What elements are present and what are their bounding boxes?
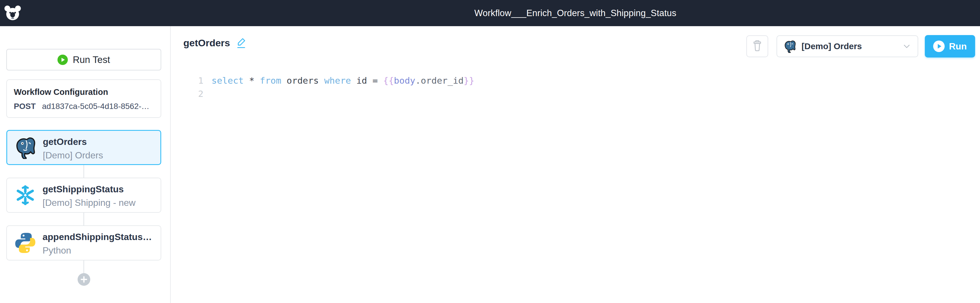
code-token: body: [394, 75, 415, 86]
block-title: getOrders: [183, 37, 230, 49]
code-token: from: [260, 75, 282, 86]
trash-icon: [751, 39, 763, 53]
resource-selector-dropdown[interactable]: [Demo] Orders: [776, 35, 918, 57]
steps-list: getOrders [Demo] Orders getShippingStatu…: [6, 130, 161, 286]
line-number: 1: [171, 74, 204, 87]
run-test-button[interactable]: Run Test: [6, 49, 161, 70]
step-name: getShippingStatus: [43, 184, 124, 195]
sidebar-item-getShippingStatus[interactable]: getShippingStatus [Demo] Shipping - new: [6, 178, 161, 213]
workflow-configuration-card[interactable]: Workflow Configuration POST ad1837ca-5c0…: [6, 79, 161, 118]
workflow-title: Workflow___Enrich_Orders_with_Shipping_S…: [171, 8, 980, 18]
editor-header: getOrders: [183, 37, 247, 49]
postgresql-icon: [783, 40, 797, 53]
snowflake-icon: [14, 184, 37, 207]
play-icon: [933, 40, 945, 52]
line-number: 2: [171, 87, 204, 100]
http-method-badge: POST: [14, 102, 36, 111]
resource-selector-label: [Demo] Orders: [802, 41, 902, 51]
run-block-button[interactable]: Run: [925, 35, 975, 57]
step-name: getOrders: [43, 137, 87, 147]
run-test-label: Run Test: [73, 54, 110, 65]
sidebar-item-getOrders[interactable]: getOrders [Demo] Orders: [6, 130, 161, 165]
code-token: where: [324, 75, 351, 86]
workflow-editor-app: Workflow___Enrich_Orders_with_Shipping_S…: [0, 0, 980, 303]
step-resource: Python: [43, 245, 71, 256]
workflow-sidebar: Run Test Workflow Configuration POST ad1…: [0, 26, 171, 303]
code-token: id =: [351, 75, 383, 86]
endpoint-id: ad1837ca-5c05-4d18-8562-…: [42, 102, 150, 111]
step-connector-line: [83, 213, 84, 225]
workflow-configuration-title: Workflow Configuration: [14, 88, 154, 97]
python-icon: [14, 231, 37, 254]
play-icon: [57, 54, 68, 65]
add-step-button[interactable]: [78, 273, 90, 286]
code-token: {{: [383, 75, 394, 86]
sql-code-editor[interactable]: 1select * from orders where id = {{body.…: [171, 74, 971, 100]
chevron-down-icon: [902, 42, 911, 51]
step-resource: [Demo] Orders: [43, 150, 103, 161]
code-line[interactable]: 2: [171, 87, 971, 100]
delete-block-button[interactable]: [746, 35, 768, 57]
sidebar-item-appendShippingStatusToOr-[interactable]: appendShippingStatusToOr… Python: [6, 225, 161, 260]
code-token: .order_id: [415, 75, 464, 86]
code-token: *: [244, 75, 260, 86]
editor-toolbar: [Demo] Orders Run: [746, 35, 975, 57]
code-text: select * from orders where id = {{body.o…: [212, 74, 474, 87]
code-token: select: [212, 75, 244, 86]
code-token: }}: [464, 75, 474, 86]
code-token: orders: [282, 75, 324, 86]
koala-logo-icon[interactable]: [4, 4, 22, 22]
step-connector-line: [83, 260, 84, 273]
top-bar: Workflow___Enrich_Orders_with_Shipping_S…: [0, 0, 980, 26]
editor-panel: getOrders: [171, 26, 980, 303]
step-resource: [Demo] Shipping - new: [43, 198, 136, 208]
run-button-label: Run: [949, 41, 967, 52]
code-line[interactable]: 1select * from orders where id = {{body.…: [171, 74, 971, 87]
pencil-icon[interactable]: [235, 37, 247, 49]
step-name: appendShippingStatusToOr…: [43, 232, 154, 242]
step-connector-line: [83, 165, 84, 178]
postgresql-icon: [14, 136, 37, 159]
